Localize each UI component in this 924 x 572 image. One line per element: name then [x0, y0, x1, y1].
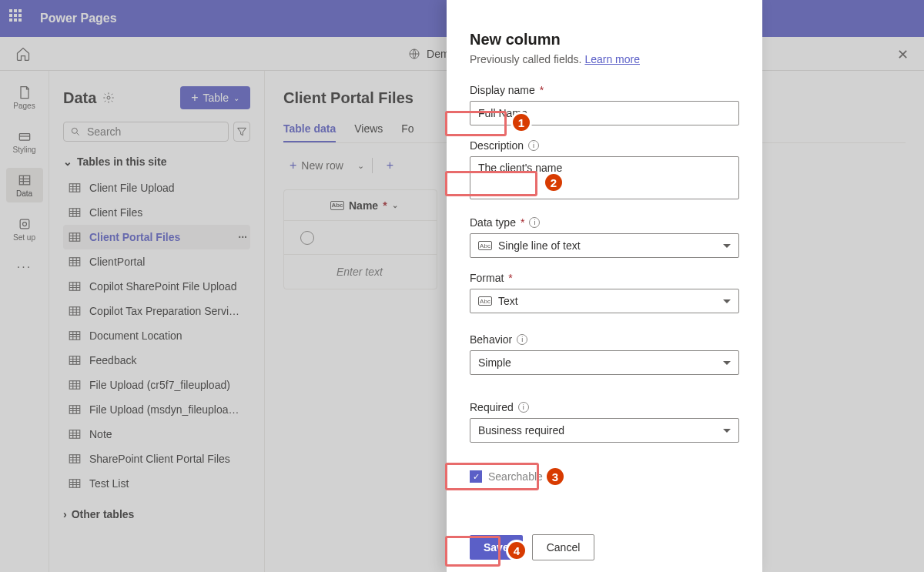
learn-more-link[interactable]: Learn more	[584, 53, 640, 65]
sidebar-table-label: Copilot Tax Preparation Servi…	[89, 305, 239, 317]
sidebar-table-item[interactable]: Test List	[63, 471, 250, 496]
grid-header-name[interactable]: Abc Name * ⌄	[330, 199, 437, 212]
table-icon	[68, 403, 82, 416]
tab-item[interactable]: Fo	[401, 116, 413, 142]
plus-icon: +	[387, 159, 393, 172]
tab-item[interactable]: Table data	[283, 116, 336, 142]
grid-header-name-label: Name	[349, 199, 378, 212]
rail-item-setup[interactable]: Set up	[6, 212, 43, 246]
grid-row[interactable]	[284, 221, 437, 255]
new-table-button[interactable]: + Table ⌄	[180, 86, 250, 109]
svg-rect-11	[69, 283, 80, 291]
add-column-button[interactable]: +	[380, 156, 400, 176]
chevron-down-icon: ⌄	[392, 201, 398, 209]
sidebar-table-item[interactable]: SharePoint Client Portal Files	[63, 447, 250, 471]
sidebar-table-item[interactable]: Note	[63, 422, 250, 447]
svg-rect-8	[69, 209, 80, 217]
sidebar-table-item[interactable]: Feedback	[63, 348, 250, 373]
description-input[interactable]: The client's name	[470, 156, 739, 199]
app-launcher-icon[interactable]	[9, 9, 28, 28]
globe-icon	[408, 48, 420, 60]
info-icon[interactable]: i	[528, 140, 539, 151]
table-icon	[68, 206, 82, 219]
sidebar-table-item[interactable]: Document Location	[63, 323, 250, 348]
svg-rect-10	[69, 258, 80, 266]
svg-rect-1	[19, 134, 29, 140]
new-row-button[interactable]: + New row	[283, 156, 350, 176]
tab-item[interactable]: Views	[354, 116, 383, 142]
new-row-name-input[interactable]	[336, 266, 430, 278]
info-icon[interactable]: i	[517, 334, 527, 345]
sidebar-table-item[interactable]: Copilot Tax Preparation Servi…	[63, 299, 250, 323]
sidebar-table-item[interactable]: File Upload (msdyn_fileuploa…	[63, 397, 250, 422]
new-table-label: Table	[203, 92, 229, 104]
chevron-down-icon[interactable]: ⌄	[357, 161, 364, 171]
behavior-label: Behavior i	[470, 333, 739, 346]
new-row-label: New row	[301, 159, 343, 172]
rail-item-pages[interactable]: Pages	[6, 80, 43, 115]
sidebar-table-label: ClientPortal	[89, 256, 145, 268]
sidebar-table-item[interactable]: File Upload (cr5f7_fileupload)	[63, 373, 250, 397]
table-icon	[68, 427, 82, 441]
sidebar-table-item[interactable]: Client File Upload	[63, 176, 250, 200]
behavior-select[interactable]: Simple	[470, 350, 739, 375]
search-icon	[70, 126, 81, 137]
tables-section-label: Tables in this site	[77, 156, 166, 168]
sidebar-table-label: Feedback	[89, 354, 136, 366]
filter-button[interactable]	[233, 122, 250, 142]
sidebar-table-label: Test List	[89, 477, 129, 490]
more-icon[interactable]: ···	[238, 231, 247, 243]
new-column-panel: New column Previously called fields. Lea…	[447, 0, 762, 572]
searchable-checkbox[interactable]: ✓	[470, 470, 482, 483]
toolbar-separator	[372, 158, 373, 173]
description-label: Description i	[470, 139, 739, 152]
rail-item-data[interactable]: Data	[6, 168, 43, 202]
sidebar-table-label: Client File Upload	[89, 182, 175, 194]
other-tables-label: Other tables	[72, 508, 135, 520]
sidebar-table-item[interactable]: Client Files	[63, 200, 250, 225]
svg-rect-3	[20, 219, 29, 229]
cancel-button[interactable]: Cancel	[532, 534, 595, 560]
svg-point-4	[22, 222, 26, 226]
save-button[interactable]: Save	[470, 535, 523, 560]
home-icon[interactable]	[15, 46, 31, 62]
table-icon	[68, 304, 82, 318]
table-icon	[68, 279, 82, 293]
format-select[interactable]: Abc Text	[470, 289, 739, 313]
required-label: Required i	[470, 401, 739, 413]
other-tables-header[interactable]: › Other tables	[63, 508, 250, 520]
svg-rect-9	[69, 233, 80, 242]
sidebar-table-item[interactable]: ClientPortal	[63, 249, 250, 274]
sidebar-table-item[interactable]: Copilot SharePoint File Upload	[63, 274, 250, 299]
search-input[interactable]	[87, 125, 222, 138]
table-icon	[68, 181, 82, 195]
panel-title: New column	[470, 31, 739, 49]
table-icon	[68, 353, 82, 367]
data-type-select[interactable]: Abc Single line of text	[470, 233, 739, 258]
sidebar-table-label: Client Files	[89, 206, 142, 219]
close-icon[interactable]: ✕	[897, 46, 909, 63]
display-name-input[interactable]	[470, 101, 739, 125]
sidebar-table-label: File Upload (cr5f7_fileupload)	[89, 379, 230, 391]
tables-section-header[interactable]: ⌄ Tables in this site	[63, 156, 250, 168]
sidebar-table-label: SharePoint Client Portal Files	[89, 453, 230, 465]
table-icon	[68, 230, 82, 244]
sidebar-table-label: File Upload (msdyn_fileuploa…	[89, 403, 239, 416]
rail-item-more[interactable]: ···	[6, 256, 43, 279]
info-icon[interactable]: i	[549, 471, 560, 482]
info-icon[interactable]: i	[518, 402, 529, 413]
required-select[interactable]: Business required	[470, 418, 739, 443]
required-label-text: Required	[470, 401, 514, 413]
gear-icon[interactable]	[102, 92, 115, 104]
info-icon[interactable]: i	[529, 217, 540, 228]
sidebar-table-item[interactable]: Client Portal Files ···	[63, 225, 250, 249]
plus-icon: +	[290, 159, 296, 172]
row-select-radio[interactable]	[300, 231, 314, 245]
filter-icon	[236, 125, 248, 138]
rail-label: Data	[16, 189, 32, 198]
rail-label: Styling	[12, 146, 35, 154]
grid-header: Abc Name * ⌄	[284, 190, 437, 221]
page-icon	[17, 85, 32, 100]
search-input-wrapper[interactable]	[63, 122, 229, 142]
rail-item-styling[interactable]: Styling	[6, 124, 43, 159]
